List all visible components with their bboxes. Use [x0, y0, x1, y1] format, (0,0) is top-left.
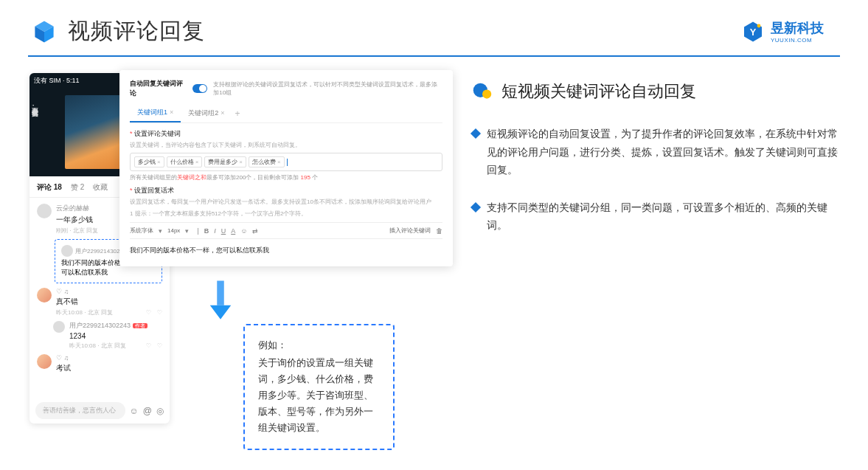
section-hint: 1 提示：一个富文本框最多支持512个字符，一个汉字占用2个字符。 [130, 210, 442, 218]
commenter-name: ♡ ♫ [56, 354, 162, 362]
comment-item: ♡ ♫考试 [37, 354, 162, 375]
comment-text: 考试 [56, 363, 162, 373]
settings-panel: 自动回复关键词评论 支持根据评论的关键词设置回复话术，可以针对不同类型关键词设置… [119, 70, 453, 266]
chat-bubble-icon [472, 81, 493, 102]
section-hint: 设置回复话术，每回复一个用户评论只发送一条话术。最多支持设置10条不同话术，按添… [130, 198, 442, 206]
svg-point-6 [482, 89, 491, 98]
emoji-icon[interactable]: ☺ [240, 227, 247, 235]
tab-fav[interactable]: 收藏 [93, 182, 108, 193]
delete-icon[interactable]: 🗑 [436, 227, 442, 235]
logo-cn: 昱新科技 [771, 19, 824, 37]
cube-icon [31, 18, 58, 45]
section-label: 设置评论关键词 [130, 129, 442, 139]
bold-icon[interactable]: B [204, 227, 209, 235]
heart-icon[interactable]: ♡ [146, 309, 151, 316]
keyword-group-tab[interactable]: 关键词组2× [181, 105, 232, 122]
section-title: 短视频关键词评论自动回复 [501, 80, 696, 103]
brand-logo: Y 昱新科技YUUXIN.COM [741, 19, 824, 44]
italic-icon[interactable]: I [214, 227, 216, 235]
comment-input-bar: 善语结善缘，恶言伤人心 ☺ @ ◎ [35, 402, 164, 419]
hexagon-logo-icon: Y [741, 20, 765, 44]
dislike-icon[interactable]: ♡ [157, 342, 162, 349]
tab-comments[interactable]: 评论 18 [37, 182, 62, 193]
close-icon[interactable]: × [221, 109, 224, 117]
example-callout: 例如： 关于询价的设置成一组关键词，多少钱、什么价格，费用多少等。关于咨询班型、… [243, 324, 395, 450]
svg-marker-4 [210, 305, 232, 319]
author-tag: 作者 [133, 323, 147, 328]
commenter-name: ♡ ♫ [56, 288, 162, 295]
avatar [37, 288, 52, 303]
color-icon[interactable]: A [231, 227, 235, 235]
comment-input[interactable]: 善语结善缘，恶言伤人心 [35, 402, 125, 419]
keyword-limit-note: 所有关键词组里的关键词之和最多可添加200个，目前剩余可添加 195 个 [130, 173, 442, 182]
comment-text: 真不错 [56, 297, 162, 307]
comment-item: 用户2299214302243 作者 1234 昨天10:08 · 北京 回复♡… [53, 321, 162, 350]
dislike-icon[interactable]: ♡ [157, 309, 162, 316]
size-select[interactable]: 14px [167, 227, 180, 234]
keyword-chip[interactable]: 多少钱× [134, 156, 164, 167]
header-divider [28, 55, 840, 57]
keyword-chip[interactable]: 怎么收费× [249, 156, 285, 167]
keyword-group-tab[interactable]: 关键词组1× [130, 104, 181, 122]
avatar [61, 245, 73, 257]
svg-rect-3 [217, 281, 224, 305]
example-body: 关于询价的设置成一组关键词，多少钱、什么价格，费用多少等。关于咨询班型、版本、型… [258, 355, 380, 436]
close-icon[interactable]: × [170, 108, 173, 116]
editor-content[interactable]: 我们不同的版本价格不一样，您可以私信联系我 [130, 243, 442, 258]
editor-toolbar: 系统字体▾ 14px▾ | B I U A ☺ ⇄ 插入评论关键词 🗑 [130, 222, 442, 239]
diamond-marker-icon [471, 201, 481, 212]
underline-icon[interactable]: U [221, 227, 226, 235]
emoji-icon[interactable]: ☺ [130, 406, 139, 416]
section-hint: 设置关键词，当评论内容包含了以下关键词，则系统可自动回复。 [130, 141, 442, 149]
panel-desc: 支持根据评论的关键词设置回复话术，可以针对不同类型关键词设置回复话术，最多添加1… [213, 80, 442, 97]
comment-meta: 昨天10:08 · 北京 回复 [69, 342, 126, 350]
video-caption: 青春万岁 當笑已有酒, [29, 103, 40, 106]
gift-icon[interactable]: ◎ [156, 406, 164, 416]
insert-keyword-button[interactable]: 插入评论关键词 [389, 227, 431, 235]
svg-point-2 [757, 24, 761, 27]
tab-likes[interactable]: 赞 2 [71, 182, 84, 193]
heart-icon[interactable]: ♡ [146, 342, 151, 349]
flow-arrow-icon [206, 280, 235, 324]
status-bar: 没有 SIM · 5:11 [34, 76, 80, 86]
bullet-text: 支持不同类型的关键词分组，同一类问题，可设置多个相近的、高频的关键词。 [487, 198, 839, 235]
section-label: 设置回复话术 [130, 186, 442, 196]
comment-text: 1234 [69, 332, 162, 340]
bullet-item: 短视频评论的自动回复设置，为了提升作者的评论回复效率，在系统中针对常见的评论用户… [472, 125, 839, 179]
text-cursor [287, 159, 288, 166]
comment-meta: 昨天10:08 · 北京 回复 [56, 308, 113, 317]
at-icon[interactable]: @ [143, 406, 152, 416]
reply-user: 用户2299214302243 [69, 322, 131, 329]
bullet-text: 短视频评论的自动回复设置，为了提升作者的评论回复效率，在系统中针对常见的评论用户… [487, 125, 839, 179]
keyword-chip[interactable]: 什么价格× [167, 156, 203, 167]
page-title: 视频评论回复 [68, 16, 205, 46]
avatar [37, 204, 52, 218]
link-icon[interactable]: ⇄ [252, 227, 258, 235]
add-tab-icon[interactable]: + [235, 108, 240, 119]
bullet-item: 支持不同类型的关键词分组，同一类问题，可设置多个相近的、高频的关键词。 [472, 198, 839, 235]
font-select[interactable]: 系统字体 [130, 227, 153, 235]
avatar [37, 354, 52, 369]
logo-en: YUUXIN.COM [771, 37, 812, 44]
toggle-switch[interactable] [192, 84, 208, 93]
keyword-chip[interactable]: 费用是多少× [204, 156, 246, 167]
svg-text:Y: Y [750, 26, 757, 37]
panel-title: 自动回复关键词评论 [130, 79, 187, 98]
diamond-marker-icon [471, 128, 481, 139]
comment-item: ♡ ♫ 真不错 昨天10:08 · 北京 回复♡♡ [37, 288, 162, 317]
keyword-input[interactable]: 多少钱× 什么价格× 费用是多少× 怎么收费× [130, 153, 442, 171]
avatar [53, 321, 65, 333]
example-title: 例如： [258, 337, 380, 353]
